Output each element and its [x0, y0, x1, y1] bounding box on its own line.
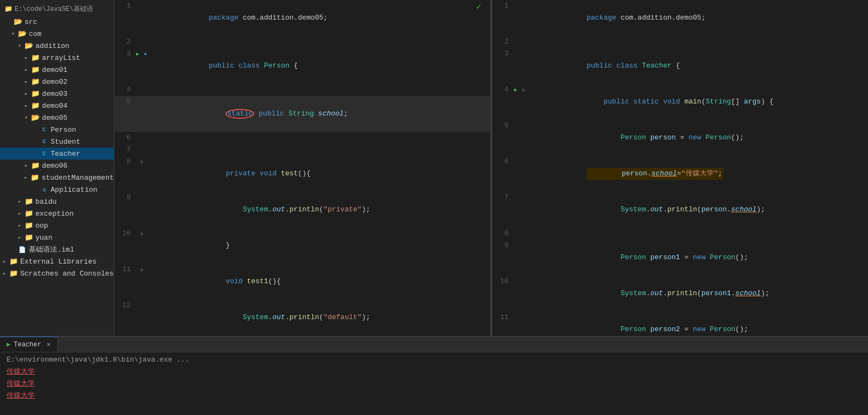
tree-item-demo01[interactable]: ▸ 📁 demo01	[0, 64, 114, 76]
tree-item-Teacher[interactable]: C Teacher	[0, 148, 114, 160]
label-demo05: demo05	[42, 114, 68, 122]
line-num: 1	[492, 0, 514, 36]
code-cell	[147, 84, 490, 96]
label-com: com	[29, 30, 41, 38]
console-path: E:\environment\java\jdk1.8\bin\java.exe …	[7, 356, 861, 364]
tree-item-oop[interactable]: ▸ 📁 oop	[0, 219, 114, 231]
gutter	[514, 240, 525, 276]
code-cell	[147, 132, 490, 144]
tree-item-scratches[interactable]: ▸ 📁 Scratches and Consoles	[0, 267, 114, 279]
tree-item-addition[interactable]: ▾ 📂 addition	[0, 40, 114, 52]
code-cell: Person person2 = new Person();	[525, 312, 868, 336]
arrow-addition: ▾	[15, 42, 24, 49]
code-cell: }	[147, 228, 490, 264]
console-output-line-2[interactable]: 传媒大学	[7, 378, 861, 390]
folder-icon-demo02: 📁	[30, 77, 40, 87]
label-oop: oop	[35, 222, 48, 230]
tree-item-Application[interactable]: ⚙ Application	[0, 184, 114, 196]
code-cell	[147, 144, 490, 156]
table-row: 13 ◇ }	[114, 335, 490, 336]
line-num: 7	[492, 192, 514, 228]
tree-item-demo06[interactable]: ▸ 📁 demo06	[0, 160, 114, 172]
arrow-studentMgmt: ▸	[21, 174, 30, 181]
arrow-com: ▾	[9, 30, 17, 37]
gutter	[514, 156, 525, 192]
line-num: 5	[114, 96, 136, 132]
fold-icon[interactable]: ◇	[140, 267, 143, 273]
gutter	[514, 228, 525, 240]
code-cell: public class Person {	[147, 48, 490, 84]
line-num: 1	[114, 0, 136, 36]
breakpoint-icon[interactable]: ●	[144, 51, 147, 57]
tree-item-extLibs[interactable]: ▸ 📁 External Libraries	[0, 255, 114, 267]
line-num: 9	[114, 192, 136, 228]
folder-icon-com: 📂	[17, 29, 27, 39]
bottom-tab-teacher[interactable]: ▶ Teacher ✕	[0, 337, 58, 352]
table-row: 5 static public String school;	[114, 96, 490, 132]
run-arrow-icon[interactable]: ▶	[136, 51, 139, 57]
table-row: 11 ◇ void test1(){	[114, 264, 490, 300]
tree-item-demo04[interactable]: ▸ 📁 demo04	[0, 100, 114, 112]
tree-item-studentManagement[interactable]: ▸ 📁 studentManagement	[0, 172, 114, 184]
fold-icon[interactable]: ◇	[522, 87, 525, 93]
code-cell: person.school="传媒大学";	[525, 156, 868, 192]
tree-item-iml[interactable]: 📄 基础语法.iml	[0, 243, 114, 255]
tree-item-arrayList[interactable]: ▸ 📁 arrayList	[0, 52, 114, 64]
tree-item-src[interactable]: 📂 src	[0, 16, 114, 28]
console-output-line-1[interactable]: 传媒大学	[7, 366, 861, 378]
label-arrayList: arrayList	[42, 54, 80, 62]
arrow-demo02: ▸	[22, 78, 30, 85]
folder-icon-scratches: 📁	[9, 268, 19, 278]
arrow-exception: ▸	[15, 210, 24, 217]
line-num: 13	[114, 335, 136, 336]
table-row: 4	[114, 84, 490, 96]
gutter	[514, 0, 525, 36]
gutter	[514, 36, 525, 48]
sidebar-title: 📁 E:\code\JavaSE\基础语	[0, 2, 114, 16]
tree-item-exception[interactable]: ▸ 📁 exception	[0, 207, 114, 219]
arrow-extLibs: ▸	[0, 258, 9, 265]
tree-item-demo05[interactable]: ▾ 📂 demo05	[0, 112, 114, 124]
folder-icon-addition: 📂	[24, 41, 34, 51]
right-code-area[interactable]: 1 package com.addition.demo05; 2	[492, 0, 868, 336]
line-num: 8	[492, 228, 514, 240]
line-num: 11	[114, 264, 136, 300]
folder-icon-exception: 📁	[24, 209, 34, 218]
table-row: 9 Person person1 = new Person();	[492, 240, 868, 276]
close-icon[interactable]: ✕	[47, 340, 51, 349]
main-area: 📁 E:\code\JavaSE\基础语 📂 src ▾ 📂 com ▾ 📂 a…	[0, 0, 868, 336]
project-icon: 📁	[4, 5, 13, 13]
highlighted-line: person.school="传媒大学";	[586, 168, 723, 180]
fold-icon[interactable]: ◇	[140, 159, 143, 165]
gutter	[136, 300, 147, 335]
table-row: 10 ◇ }	[114, 228, 490, 264]
code-cell: public class Teacher {	[525, 48, 868, 84]
folder-icon-demo01: 📁	[30, 65, 40, 75]
tree-item-demo03[interactable]: ▸ 📁 demo03	[0, 88, 114, 100]
tree-item-Student[interactable]: C Student	[0, 136, 114, 148]
table-row: 1 package com.addition.demo05;	[492, 0, 868, 36]
arrow-scratches: ▸	[0, 270, 9, 277]
table-row: 7 System.out.println(person.school);	[492, 192, 868, 228]
folder-icon-studentMgmt: 📁	[30, 173, 40, 182]
tree-item-baidu[interactable]: ▸ 📁 baidu	[0, 196, 114, 207]
label-Teacher: Teacher	[51, 150, 81, 158]
tree-item-Person[interactable]: C Person	[0, 124, 114, 136]
run-arrow-icon[interactable]: ▶	[514, 87, 517, 93]
table-row: 2	[492, 36, 868, 48]
table-row: 3 public class Teacher {	[492, 48, 868, 84]
arrow-demo01: ▸	[22, 66, 30, 73]
line-num: 10	[492, 276, 514, 312]
fold-icon[interactable]: ◇	[140, 231, 143, 237]
left-code-area[interactable]: ✓ 1 package com.addition.demo05; 2	[114, 0, 490, 336]
arrow-arrayList: ▸	[22, 54, 30, 61]
line-num: 2	[492, 36, 514, 48]
tab-label-teacher: Teacher	[14, 341, 41, 349]
table-row: 8 ◇ private void test(){	[114, 156, 490, 192]
tree-item-demo02[interactable]: ▸ 📁 demo02	[0, 76, 114, 88]
tree-item-com[interactable]: ▾ 📂 com	[0, 28, 114, 40]
tree-item-yuan[interactable]: ▸ 📁 yuan	[0, 231, 114, 243]
left-editor-pane: ✓ 1 package com.addition.demo05; 2	[114, 0, 491, 336]
label-studentMgmt: studentManagement	[41, 174, 114, 182]
console-output-line-3[interactable]: 传媒大学	[7, 390, 861, 402]
